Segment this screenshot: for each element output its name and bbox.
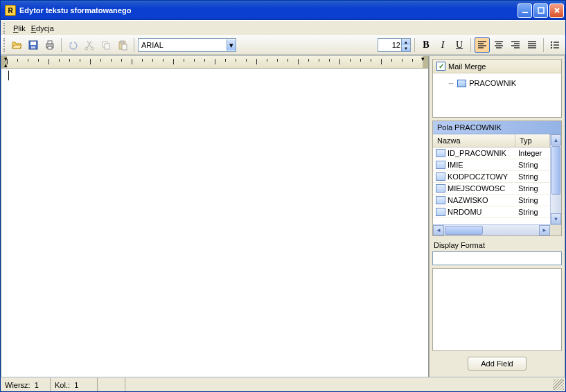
scroll-up-icon[interactable]: ▲	[551, 134, 561, 145]
field-icon	[436, 149, 445, 157]
table-row[interactable]: ID_PRACOWNIKInteger	[433, 148, 550, 159]
svg-rect-4	[31, 46, 35, 48]
fields-panel: Pola PRACOWNIK Nazwa Typ ID_PRACOWNIKInt…	[432, 121, 562, 236]
svg-point-16	[551, 44, 552, 46]
editor-pane: ▾ ▴ ▾	[1, 55, 429, 377]
menu-file[interactable]: Plik	[13, 24, 26, 33]
table-icon	[457, 80, 466, 87]
field-type: String	[515, 171, 550, 182]
bold-button[interactable]: B	[418, 37, 434, 53]
scroll-thumb[interactable]	[551, 146, 560, 195]
fields-vscrollbar[interactable]: ▲ ▼	[550, 134, 561, 224]
toolbar: ARIAL ▾ 12 ▲▼ B I U	[1, 35, 565, 55]
indent-bottom-icon[interactable]: ▴	[4, 62, 8, 69]
preview-box	[432, 268, 562, 351]
fields-panel-title: Pola PRACOWNIK	[433, 121, 561, 134]
svg-rect-2	[29, 41, 37, 49]
mail-merge-checkbox[interactable]: ✓	[436, 62, 445, 71]
save-button[interactable]	[26, 37, 41, 53]
display-format-input[interactable]	[432, 251, 562, 265]
font-combo[interactable]: ARIAL ▾	[138, 38, 236, 52]
chevron-down-icon: ▾	[227, 39, 236, 51]
svg-rect-7	[48, 46, 52, 49]
field-name: ID_PRACOWNIK	[448, 149, 506, 157]
text-caret	[8, 71, 9, 80]
field-icon	[436, 208, 445, 216]
fields-header: Nazwa Typ	[433, 134, 550, 148]
menu-bar: Plik Edycja	[1, 20, 565, 35]
status-col: Kol.: 1	[51, 378, 98, 391]
undo-button[interactable]	[65, 37, 80, 53]
hscroll-thumb[interactable]	[445, 226, 483, 235]
svg-rect-1	[538, 8, 544, 13]
open-button[interactable]	[9, 37, 24, 53]
column-header-type[interactable]: Typ	[515, 134, 550, 147]
status-row: Wiersz: 1	[1, 378, 51, 391]
menu-grip	[3, 23, 6, 34]
tree-connector-icon: ····	[448, 80, 453, 87]
italic-button[interactable]: I	[435, 37, 450, 53]
table-row[interactable]: MIEJSCOWOSCString	[433, 183, 550, 195]
svg-point-15	[551, 42, 552, 43]
add-field-button[interactable]: Add Field	[468, 357, 526, 371]
font-name-value: ARIAL	[141, 41, 163, 49]
column-header-name[interactable]: Nazwa	[433, 134, 515, 147]
resize-grip-icon[interactable]	[553, 379, 564, 390]
ruler[interactable]: ▾ ▴ ▾	[1, 56, 428, 69]
cut-button[interactable]	[82, 37, 97, 53]
tree-item-root[interactable]: ···· PRACOWNIK	[439, 78, 556, 89]
menu-edit[interactable]: Edycja	[31, 24, 54, 33]
svg-rect-14	[122, 44, 127, 50]
svg-rect-13	[121, 41, 124, 43]
align-left-button[interactable]	[475, 37, 490, 53]
field-type: String	[515, 159, 550, 170]
minimize-button[interactable]	[518, 3, 532, 18]
close-button[interactable]	[549, 3, 564, 18]
svg-point-9	[91, 47, 94, 50]
svg-rect-3	[30, 42, 36, 45]
align-justify-button[interactable]	[524, 37, 540, 53]
paste-button[interactable]	[115, 37, 130, 53]
font-size-spinner[interactable]: 12 ▲▼	[378, 38, 411, 52]
display-format-label: Display Format	[432, 239, 562, 251]
status-empty-cell	[98, 378, 125, 391]
side-panel: ✓ Mail Merge ···· PRACOWNIK Pola PRACOWN…	[429, 55, 565, 377]
maximize-button[interactable]	[533, 3, 548, 18]
svg-rect-12	[119, 42, 125, 49]
copy-button[interactable]	[98, 37, 114, 53]
scroll-down-icon[interactable]: ▼	[551, 213, 561, 224]
print-button[interactable]	[42, 37, 58, 53]
svg-rect-5	[46, 44, 53, 48]
toolbar-grip	[3, 38, 6, 52]
field-type: Integer	[515, 148, 550, 159]
align-right-button[interactable]	[508, 37, 523, 53]
bullet-list-button[interactable]	[547, 37, 563, 53]
field-name: NRDOMU	[448, 208, 482, 216]
field-name: IMIE	[448, 161, 463, 169]
title-bar: R Edytor tekstu sformatowanego	[1, 1, 565, 20]
field-name: MIEJSCOWOSC	[448, 184, 505, 193]
svg-rect-10	[103, 42, 107, 47]
text-editor[interactable]	[1, 69, 428, 377]
align-center-button[interactable]	[491, 37, 506, 53]
svg-rect-11	[105, 44, 109, 49]
spinner-down-icon[interactable]: ▼	[402, 45, 410, 51]
table-row[interactable]: KODPOCZTOWYString	[433, 171, 550, 183]
scroll-left-icon[interactable]: ◄	[433, 225, 444, 235]
status-flex	[125, 378, 551, 391]
svg-point-17	[551, 47, 552, 48]
content-area: ▾ ▴ ▾ ✓ Mail Merge ···· PRACOWNIK	[1, 55, 565, 377]
svg-rect-0	[522, 12, 528, 13]
table-row[interactable]: NRDOMUString	[433, 206, 550, 218]
scroll-right-icon[interactable]: ►	[539, 225, 550, 235]
table-row[interactable]: IMIEString	[433, 159, 550, 171]
indent-right-icon[interactable]: ▾	[421, 56, 425, 62]
svg-rect-6	[48, 41, 52, 44]
underline-button[interactable]: U	[452, 37, 467, 53]
field-icon	[436, 184, 445, 193]
app-icon: R	[5, 5, 16, 16]
mail-merge-panel: ✓ Mail Merge ···· PRACOWNIK	[432, 59, 562, 118]
table-row[interactable]: NAZWISKOString	[433, 195, 550, 206]
fields-hscrollbar[interactable]: ◄ ►	[433, 224, 561, 235]
spinner-up-icon[interactable]: ▲	[402, 39, 410, 45]
